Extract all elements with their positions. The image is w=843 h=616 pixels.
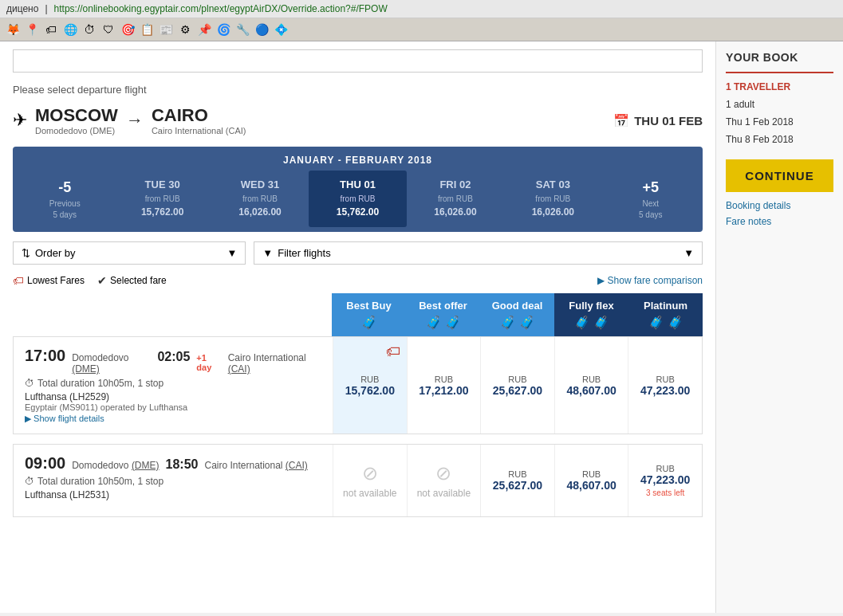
toolbar-icon-news[interactable]: 📰 <box>158 22 174 37</box>
url-bar: https://onlinebooking.egyptair.com/plnex… <box>54 3 837 14</box>
lowest-fares-label: Lowest Fares <box>27 275 85 286</box>
traveller-sub: 1 adult <box>726 99 833 110</box>
departure-time: 09:00 <box>25 454 65 473</box>
price-cell[interactable]: RUB 25,627.00 <box>480 337 554 434</box>
toolbar-icon-pushpin[interactable]: 📌 <box>196 22 212 37</box>
from-airport: Domodedovo (DME) <box>35 126 118 135</box>
date-nav-header: JANUARY - FEBRUARY 2018 <box>16 151 699 171</box>
prev-days-button[interactable]: -5 Previous5 days <box>16 171 113 227</box>
airline1: Lufthansa (LH2531) <box>25 489 321 500</box>
fare-col-header-best-offer: Best offer🧳🧳 <box>406 293 480 336</box>
fare-col-header-good-deal: Good deal🧳🧳 <box>480 293 554 336</box>
lowest-fares-legend: 🏷 Lowest Fares <box>13 274 85 287</box>
toolbar-icon-globe[interactable]: 🌐 <box>62 22 78 37</box>
toolbar-icon-pin[interactable]: 📍 <box>24 22 40 37</box>
sidebar: YOUR BOOK 1 TRAVELLER 1 adult Thu 1 Feb … <box>715 41 843 613</box>
flight-info: 17:00 Domodedovo (DME) 02:05 +1 day Cair… <box>14 337 333 434</box>
toolbar-icon-spiral[interactable]: 🌀 <box>215 22 231 37</box>
sidebar-date1: Thu 1 Feb 2018 <box>726 116 833 128</box>
toolbar-icon-wrench[interactable]: 🔧 <box>234 22 250 37</box>
order-by-dropdown[interactable]: ⇅ Order by ▼ <box>13 241 246 265</box>
toolbar-icon-gear[interactable]: ⚙ <box>177 22 193 37</box>
date-cell[interactable]: THU 01 from RUB 15,762.00 <box>309 171 406 227</box>
toolbar-icon-diamond[interactable]: 💠 <box>273 22 289 37</box>
seats-left: 3 seats left <box>646 488 684 497</box>
route-date-text: THU 01 FEB <box>634 114 703 128</box>
to-city: CAIRO <box>152 105 246 126</box>
price-cell[interactable]: RUB 47,223.00 <box>628 337 702 434</box>
flight-card: 17:00 Domodedovo (DME) 02:05 +1 day Cair… <box>13 336 703 434</box>
traveller-label: 1 TRAVELLER <box>726 81 833 92</box>
arrival-airport: Cairo International (CAI) <box>204 460 307 471</box>
next-days-button[interactable]: +5 Next5 days <box>602 171 699 227</box>
filter-flights-dropdown[interactable]: ▼ Filter flights ▼ <box>254 241 703 265</box>
flight-times: 09:00 Domodedovo (DME) 18:50 Cairo Inter… <box>25 454 321 473</box>
sidebar-divider <box>726 72 833 73</box>
filter-icon: ▼ <box>262 247 273 259</box>
selected-fare-legend: ✔ Selected fare <box>97 274 167 287</box>
price-cell-na[interactable]: ⊘ not available <box>333 445 407 516</box>
fare-notes-link[interactable]: Fare notes <box>726 216 833 227</box>
price-cell[interactable]: RUB 47,223.00 3 seats left <box>628 445 702 516</box>
toolbar-icon-clock[interactable]: ⏱ <box>81 22 97 37</box>
plane-icon: ✈ <box>13 110 27 131</box>
flight-card: 09:00 Domodedovo (DME) 18:50 Cairo Inter… <box>13 444 703 517</box>
fare-header-row: Best Buy🧳Best offer🧳🧳Good deal🧳🧳Fully fl… <box>13 293 703 336</box>
route-left: ✈ MOSCOW Domodedovo (DME) → CAIRO Cairo … <box>13 105 246 135</box>
sort-icon: ⇅ <box>22 247 30 259</box>
check-icon: ✔ <box>97 274 107 287</box>
fare-col-header-fully-flex: Fully flex🧳🧳 <box>554 293 628 336</box>
prev-days-label: Previous5 days <box>49 198 81 221</box>
fare-info-col-header <box>13 293 332 336</box>
calendar-icon: 📅 <box>613 113 629 128</box>
browser-toolbar: 🦊 📍 🏷 🌐 ⏱ 🛡 🎯 📋 📰 ⚙ 📌 🌀 🔧 🔵 💠 <box>0 18 843 41</box>
page-subtitle: Please select departure flight <box>13 84 703 96</box>
arrow-icon: → <box>126 110 144 131</box>
arrival-time: 18:50 <box>166 457 199 472</box>
filter-chevron: ▼ <box>683 247 694 259</box>
continue-button[interactable]: CONTINUE <box>726 159 833 192</box>
selected-fare-label: Selected fare <box>110 275 167 286</box>
day-tag: +1 day <box>196 353 221 372</box>
price-cell[interactable]: RUB 48,607.00 <box>554 337 628 434</box>
flight-duration: ⏱ Total duration 10h05m, 1 stop <box>25 378 321 389</box>
date-nav-row: -5 Previous5 days TUE 30 from RUB 15,762… <box>16 171 699 227</box>
site-name: дицено <box>6 3 38 14</box>
tag-icon: 🏷 <box>13 274 24 287</box>
toolbar-icon-clipboard[interactable]: 📋 <box>139 22 155 37</box>
price-cell[interactable]: 🏷 RUB 15,762.00 <box>333 337 407 434</box>
price-cell-na[interactable]: ⊘ not available <box>407 445 481 516</box>
price-cell[interactable]: RUB 25,627.00 <box>480 445 554 516</box>
date-cell[interactable]: TUE 30 from RUB 15,762.00 <box>113 171 211 227</box>
departure-airport: Domodedovo (DME) <box>72 352 151 375</box>
date-cell[interactable]: WED 31 from RUB 16,026.00 <box>211 171 309 227</box>
flights-container: 17:00 Domodedovo (DME) 02:05 +1 day Cair… <box>13 336 703 517</box>
prev-days-num: -5 <box>58 177 71 198</box>
controls-row: ⇅ Order by ▼ ▼ Filter flights ▼ <box>13 241 703 265</box>
next-days-label: Next5 days <box>639 198 662 221</box>
toolbar-icon-fox[interactable]: 🦊 <box>5 22 21 37</box>
price-cell[interactable]: RUB 48,607.00 <box>554 445 628 516</box>
to-airport: Cairo International (CAI) <box>152 126 246 135</box>
flight-duration: ⏱ Total duration 10h50m, 1 stop <box>25 476 321 487</box>
toolbar-icon-tag[interactable]: 🏷 <box>43 22 59 37</box>
date-cell[interactable]: FRI 02 from RUB 16,026.00 <box>407 171 504 227</box>
show-flight-details-link[interactable]: ▶ Show flight details <box>25 414 104 423</box>
booking-details-link[interactable]: Booking details <box>726 200 833 211</box>
toolbar-icon-shield[interactable]: 🛡 <box>100 22 116 37</box>
route-date: 📅 THU 01 FEB <box>613 113 703 128</box>
clock-icon: ⏱ <box>25 476 34 487</box>
fare-col-header-platinum: Platinum🧳🧳 <box>628 293 703 336</box>
to-city-block: CAIRO Cairo International (CAI) <box>152 105 246 135</box>
show-fare-comparison-link[interactable]: ▶ Show fare comparison <box>597 275 703 286</box>
flight-card-row: 09:00 Domodedovo (DME) 18:50 Cairo Inter… <box>14 445 702 516</box>
flight-times: 17:00 Domodedovo (DME) 02:05 +1 day Cair… <box>25 347 321 375</box>
date-cell[interactable]: SAT 03 from RUB 16,026.00 <box>504 171 601 227</box>
price-cell[interactable]: RUB 17,212.00 <box>407 337 481 434</box>
search-input[interactable] <box>13 49 703 73</box>
from-city: MOSCOW <box>35 105 118 126</box>
next-days-num: +5 <box>642 177 659 198</box>
departure-time: 17:00 <box>25 347 65 365</box>
toolbar-icon-target[interactable]: 🎯 <box>120 22 136 37</box>
toolbar-icon-circle[interactable]: 🔵 <box>254 22 270 37</box>
